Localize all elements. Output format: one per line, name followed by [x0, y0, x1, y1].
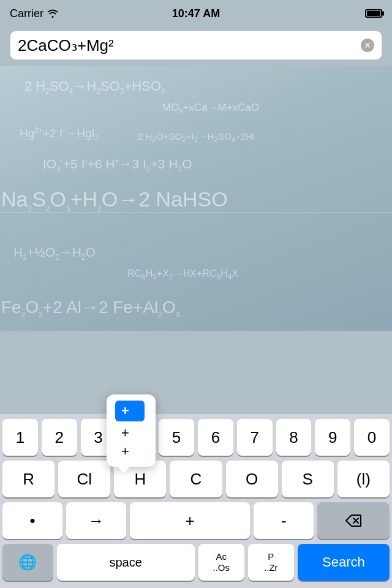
chem-eq-1: 2 H2SO4→H2SO3+HSO4 — [24, 78, 165, 96]
backspace-icon — [345, 514, 362, 527]
clear-icon[interactable] — [361, 39, 374, 52]
key-plus[interactable]: + — [130, 502, 250, 539]
status-time: 10:47 AM — [172, 7, 220, 20]
key-8[interactable]: 8 — [276, 419, 312, 456]
carrier-text: Carrier — [10, 7, 43, 20]
key-5[interactable]: 5 — [159, 419, 194, 456]
battery-icon — [365, 9, 382, 18]
search-input[interactable]: 2CaCO₃+Mg² — [18, 36, 361, 55]
key-6[interactable]: 6 — [198, 419, 233, 456]
divider-line — [0, 212, 392, 213]
key-7[interactable]: 7 — [237, 419, 273, 456]
key-2[interactable]: 2 — [42, 419, 77, 456]
key-dot[interactable]: • — [2, 502, 62, 539]
operators-row: • → + - — [2, 502, 390, 539]
chemistry-background: 2 H2SO4→H2SO3+HSO4 MOx+xCa→M+xCaO Hg2++2… — [0, 66, 392, 331]
key-minus[interactable]: - — [254, 502, 314, 539]
popup-item-plus-2[interactable]: + — [115, 442, 145, 461]
elements-row: R Cl H C O S (l) — [2, 461, 390, 497]
key-arrow[interactable]: → — [66, 502, 126, 539]
key-p-zr[interactable]: P..Zr — [248, 544, 294, 581]
key-globe[interactable]: 🌐 — [2, 544, 53, 581]
chem-eq-7: H2+½O2→H2O — [13, 245, 96, 262]
keyboard: 1 2 3 4 5 6 7 8 9 0 R Cl H C O S (l) • →… — [0, 414, 392, 588]
key-0[interactable]: 0 — [354, 419, 390, 456]
key-Cl[interactable]: Cl — [58, 461, 110, 497]
chem-eq-8: RC6H5+X2→HX+RC6H4X — [127, 268, 238, 281]
key-ac-os[interactable]: Ac..Os — [198, 544, 244, 581]
key-9[interactable]: 9 — [315, 419, 350, 456]
wifi-icon — [47, 9, 58, 18]
chem-eq-5: IO3-+5 I-+6 H+→3 I2+3 H2O — [43, 157, 192, 173]
carrier-label: Carrier — [10, 7, 58, 20]
search-input-container[interactable]: 2CaCO₃+Mg² — [10, 31, 382, 60]
chem-eq-9: Fe2O3+2 Al→2 Fe+Al2O3 — [1, 298, 179, 319]
key-1[interactable]: 1 — [2, 419, 38, 456]
search-bar: 2CaCO₃+Mg² — [10, 31, 382, 60]
key-brackets[interactable]: (l) — [337, 461, 390, 497]
key-R[interactable]: R — [2, 461, 55, 497]
plus-popup: + + + — [107, 394, 156, 467]
key-C[interactable]: C — [170, 461, 222, 497]
key-O[interactable]: O — [226, 461, 278, 497]
chem-eq-3: Hg2++2 I-→HgI2 — [20, 126, 99, 142]
number-row: 1 2 3 4 5 6 7 8 9 0 — [2, 419, 390, 456]
search-button[interactable]: Search — [298, 544, 390, 581]
chem-eq-6: Na2S2O5+H2O→2 NaHSO — [1, 187, 228, 213]
battery-indicator — [365, 9, 382, 18]
key-S[interactable]: S — [282, 461, 334, 497]
chem-eq-2: MOx+xCa→M+xCaO — [162, 102, 259, 115]
chem-eq-4: 2 H2O+SO2+I2→H2SO4+2HI — [138, 131, 255, 144]
status-bar: Carrier 10:47 AM — [0, 0, 392, 27]
popup-item-plus-1[interactable]: + — [115, 424, 145, 442]
backspace-key[interactable] — [317, 502, 390, 539]
key-space[interactable]: space — [57, 544, 195, 581]
popup-item-plus-blue[interactable]: + — [115, 401, 145, 421]
bottom-row: 🌐 space Ac..Os P..Zr Search — [2, 544, 390, 581]
